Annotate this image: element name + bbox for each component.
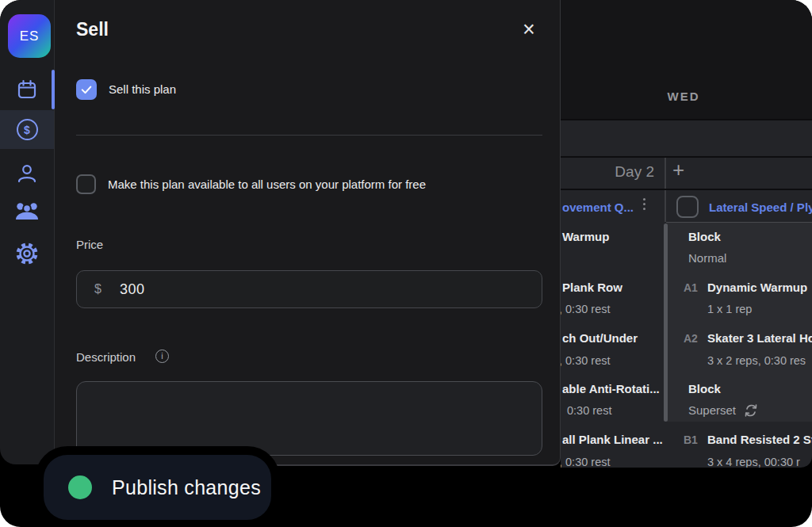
price-input[interactable]: $ 300: [76, 270, 542, 308]
sell-this-plan-label: Sell this plan: [109, 82, 176, 96]
exercise-detail: 1 x 1 rep: [707, 301, 752, 317]
app-window: WED Day 2 + ovement Q... Lateral Speed /…: [0, 0, 812, 527]
exercise-tag: A1: [684, 280, 698, 296]
description-label: Description: [76, 350, 136, 364]
currency-symbol: $: [94, 282, 102, 296]
exercise-detail: 0:30 rest: [567, 403, 611, 418]
kebab-menu-icon[interactable]: [643, 198, 645, 210]
exercise-detail: 3 x 2 reps, 0:30 res: [707, 353, 806, 369]
block-label: Block: [688, 229, 721, 245]
price-value: 300: [120, 281, 145, 298]
exercise-name[interactable]: Skater 3 Lateral Hop: [707, 330, 812, 346]
column-scrollbar[interactable]: [664, 223, 668, 422]
active-tab-indicator: [52, 70, 55, 109]
exercise-detail: , 0:30 rest: [561, 301, 610, 317]
checkmark-icon: [79, 82, 94, 97]
description-textarea[interactable]: [76, 381, 542, 456]
exercise-name[interactable]: Warmup: [562, 229, 609, 245]
sidebar-item-team[interactable]: [0, 195, 54, 228]
block-type: Normal: [688, 250, 726, 266]
calendar-icon: [16, 78, 38, 101]
exercise-name[interactable]: ch Out/Under: [562, 330, 638, 346]
exercise-name[interactable]: Plank Row: [562, 280, 622, 296]
publish-changes-label: Publish changes: [112, 476, 261, 499]
day-label: Day 2: [615, 163, 654, 181]
sell-modal: Sell × Sell this plan Make this plan ava…: [55, 0, 561, 466]
block-type: Superset: [688, 403, 758, 418]
workout-title-right[interactable]: Lateral Speed / Plyo: [709, 200, 812, 214]
sidebar-item-calendar[interactable]: [0, 70, 54, 109]
superset-cycle-icon: [744, 404, 758, 417]
block-label: Block: [688, 381, 721, 397]
divider: [561, 189, 812, 190]
exercise-name[interactable]: able Anti-Rotati...: [562, 381, 660, 397]
close-icon[interactable]: ×: [515, 16, 542, 43]
sidebar: ES $: [0, 0, 55, 464]
dollar-icon: $: [17, 119, 38, 140]
add-day-button[interactable]: +: [672, 159, 684, 180]
sidebar-item-settings[interactable]: [0, 236, 54, 271]
exercise-detail: 3 x 4 reps, 00:30 r: [707, 454, 800, 468]
exercise-name[interactable]: Dynamic Warmup: [707, 280, 807, 296]
gear-icon: [14, 241, 40, 266]
exercise-tag: A2: [684, 330, 698, 346]
price-label: Price: [76, 238, 103, 251]
day-header: WED: [561, 90, 806, 103]
free-plan-checkbox[interactable]: [76, 174, 96, 194]
sell-this-plan-checkbox[interactable]: [76, 79, 97, 100]
exercise-name[interactable]: all Plank Linear ...: [562, 432, 663, 448]
exercise-tag: B1: [684, 432, 698, 448]
free-plan-label: Make this plan available to all users on…: [108, 178, 426, 191]
workout-checkbox[interactable]: [676, 196, 699, 218]
divider: [561, 156, 812, 158]
divider: [76, 135, 542, 136]
exercise-detail: , 0:30 rest: [561, 353, 610, 369]
exercise-name[interactable]: Band Resisted 2 Step: [707, 432, 812, 448]
divider: [561, 119, 812, 120]
avatar[interactable]: ES: [8, 14, 51, 58]
team-icon: [13, 200, 41, 223]
sidebar-item-payments[interactable]: $: [0, 110, 54, 149]
info-icon[interactable]: i: [155, 349, 169, 363]
workout-title-left[interactable]: ovement Q...: [562, 200, 634, 214]
planner-panel: WED Day 2 + ovement Q... Lateral Speed /…: [561, 0, 812, 468]
status-dot-icon: [68, 475, 92, 499]
block-type-label: Superset: [688, 403, 736, 418]
sidebar-item-profile[interactable]: [0, 158, 54, 189]
publish-changes-button[interactable]: Publish changes: [44, 455, 271, 520]
exercise-detail: , 0:30 rest: [561, 454, 610, 468]
person-icon: [15, 162, 39, 185]
modal-title: Sell: [76, 19, 109, 40]
